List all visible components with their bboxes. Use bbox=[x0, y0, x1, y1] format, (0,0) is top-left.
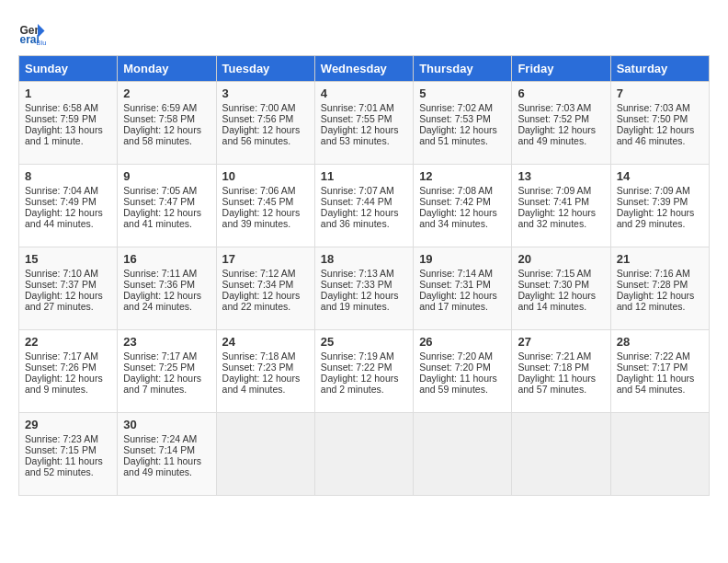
col-header-friday: Friday bbox=[512, 56, 610, 82]
sunset-label: Sunset: 7:25 PM bbox=[123, 362, 195, 373]
table-row: 9 Sunrise: 7:05 AM Sunset: 7:47 PM Dayli… bbox=[118, 165, 216, 247]
sunrise-label: Sunrise: 7:02 AM bbox=[419, 102, 493, 113]
day-number: 13 bbox=[518, 169, 604, 183]
daylight-label: Daylight: 12 hours and 58 minutes. bbox=[123, 124, 201, 146]
sunset-label: Sunset: 7:58 PM bbox=[123, 113, 195, 124]
table-row: 24 Sunrise: 7:18 AM Sunset: 7:23 PM Dayl… bbox=[216, 330, 314, 413]
table-row bbox=[512, 413, 610, 496]
day-number: 11 bbox=[321, 169, 407, 183]
table-row: 26 Sunrise: 7:20 AM Sunset: 7:20 PM Dayl… bbox=[414, 330, 512, 413]
table-row: 11 Sunrise: 7:07 AM Sunset: 7:44 PM Dayl… bbox=[314, 165, 413, 247]
day-number: 15 bbox=[25, 252, 111, 266]
logo-icon: Gen eral Blue bbox=[18, 18, 46, 46]
sunset-label: Sunset: 7:31 PM bbox=[419, 279, 491, 290]
table-row: 14 Sunrise: 7:09 AM Sunset: 7:39 PM Dayl… bbox=[610, 165, 709, 247]
sunrise-label: Sunrise: 7:03 AM bbox=[518, 102, 591, 113]
sunset-label: Sunset: 7:23 PM bbox=[222, 362, 294, 373]
sunrise-label: Sunrise: 7:01 AM bbox=[321, 102, 394, 113]
day-number: 1 bbox=[25, 86, 111, 100]
svg-text:Blue: Blue bbox=[37, 39, 47, 47]
sunset-label: Sunset: 7:26 PM bbox=[25, 362, 97, 373]
sunrise-label: Sunrise: 7:00 AM bbox=[222, 102, 296, 113]
day-number: 12 bbox=[419, 169, 506, 183]
table-row: 2 Sunrise: 6:59 AM Sunset: 7:58 PM Dayli… bbox=[118, 82, 216, 165]
daylight-label: Daylight: 12 hours and 2 minutes. bbox=[321, 373, 399, 395]
table-row bbox=[610, 413, 709, 496]
sunset-label: Sunset: 7:18 PM bbox=[518, 362, 589, 373]
daylight-label: Daylight: 12 hours and 17 minutes. bbox=[419, 290, 497, 312]
col-header-wednesday: Wednesday bbox=[314, 56, 413, 82]
sunrise-label: Sunrise: 7:07 AM bbox=[321, 185, 394, 196]
daylight-label: Daylight: 12 hours and 49 minutes. bbox=[518, 124, 596, 146]
sunset-label: Sunset: 7:15 PM bbox=[25, 444, 97, 455]
day-number: 14 bbox=[617, 169, 703, 183]
sunset-label: Sunset: 7:37 PM bbox=[25, 279, 97, 290]
col-header-thursday: Thursday bbox=[414, 56, 512, 82]
col-header-monday: Monday bbox=[118, 56, 216, 82]
sunrise-label: Sunrise: 7:19 AM bbox=[321, 350, 394, 362]
sunrise-label: Sunrise: 7:22 AM bbox=[617, 350, 690, 362]
day-number: 10 bbox=[222, 169, 309, 183]
daylight-label: Daylight: 12 hours and 4 minutes. bbox=[222, 373, 301, 395]
daylight-label: Daylight: 12 hours and 9 minutes. bbox=[25, 373, 103, 395]
daylight-label: Daylight: 12 hours and 41 minutes. bbox=[123, 207, 201, 229]
day-number: 17 bbox=[222, 252, 309, 266]
sunset-label: Sunset: 7:47 PM bbox=[123, 196, 195, 207]
day-number: 24 bbox=[222, 335, 309, 349]
sunrise-label: Sunrise: 7:23 AM bbox=[25, 433, 98, 444]
sunrise-label: Sunrise: 7:06 AM bbox=[222, 185, 296, 196]
sunrise-label: Sunrise: 7:05 AM bbox=[123, 185, 197, 196]
table-row: 3 Sunrise: 7:00 AM Sunset: 7:56 PM Dayli… bbox=[216, 82, 314, 165]
sunrise-label: Sunrise: 7:12 AM bbox=[222, 268, 296, 279]
logo: Gen eral Blue bbox=[18, 18, 50, 46]
sunset-label: Sunset: 7:22 PM bbox=[321, 362, 392, 373]
table-row: 5 Sunrise: 7:02 AM Sunset: 7:53 PM Dayli… bbox=[414, 82, 512, 165]
sunrise-label: Sunrise: 7:09 AM bbox=[617, 185, 690, 196]
sunrise-label: Sunrise: 6:58 AM bbox=[25, 102, 98, 113]
sunset-label: Sunset: 7:52 PM bbox=[518, 113, 589, 124]
table-row: 30 Sunrise: 7:24 AM Sunset: 7:14 PM Dayl… bbox=[118, 413, 216, 496]
daylight-label: Daylight: 11 hours and 54 minutes. bbox=[617, 373, 695, 395]
daylight-label: Daylight: 12 hours and 12 minutes. bbox=[617, 290, 695, 312]
table-row: 1 Sunrise: 6:58 AM Sunset: 7:59 PM Dayli… bbox=[19, 82, 118, 165]
sunset-label: Sunset: 7:20 PM bbox=[419, 362, 491, 373]
table-row: 8 Sunrise: 7:04 AM Sunset: 7:49 PM Dayli… bbox=[19, 165, 118, 247]
daylight-label: Daylight: 12 hours and 56 minutes. bbox=[222, 124, 301, 146]
day-number: 5 bbox=[419, 86, 506, 100]
daylight-label: Daylight: 12 hours and 53 minutes. bbox=[321, 124, 399, 146]
table-row: 4 Sunrise: 7:01 AM Sunset: 7:55 PM Dayli… bbox=[314, 82, 413, 165]
sunrise-label: Sunrise: 7:13 AM bbox=[321, 268, 394, 279]
table-row: 20 Sunrise: 7:15 AM Sunset: 7:30 PM Dayl… bbox=[512, 247, 610, 330]
sunset-label: Sunset: 7:50 PM bbox=[617, 113, 688, 124]
daylight-label: Daylight: 12 hours and 24 minutes. bbox=[123, 290, 201, 312]
sunset-label: Sunset: 7:55 PM bbox=[321, 113, 392, 124]
sunrise-label: Sunrise: 7:10 AM bbox=[25, 268, 98, 279]
sunrise-label: Sunrise: 7:17 AM bbox=[25, 350, 98, 362]
table-row: 7 Sunrise: 7:03 AM Sunset: 7:50 PM Dayli… bbox=[610, 82, 709, 165]
page-header: Gen eral Blue bbox=[18, 18, 710, 46]
day-number: 16 bbox=[123, 252, 210, 266]
table-row: 15 Sunrise: 7:10 AM Sunset: 7:37 PM Dayl… bbox=[19, 247, 118, 330]
daylight-label: Daylight: 12 hours and 29 minutes. bbox=[617, 207, 695, 229]
daylight-label: Daylight: 11 hours and 57 minutes. bbox=[518, 373, 596, 395]
daylight-label: Daylight: 12 hours and 14 minutes. bbox=[518, 290, 596, 312]
day-number: 20 bbox=[518, 252, 604, 266]
day-number: 4 bbox=[321, 86, 407, 100]
day-number: 3 bbox=[222, 86, 309, 100]
day-number: 9 bbox=[123, 169, 210, 183]
table-row: 6 Sunrise: 7:03 AM Sunset: 7:52 PM Dayli… bbox=[512, 82, 610, 165]
calendar-header: SundayMondayTuesdayWednesdayThursdayFrid… bbox=[19, 56, 710, 82]
daylight-label: Daylight: 11 hours and 49 minutes. bbox=[123, 455, 201, 477]
sunrise-label: Sunrise: 6:59 AM bbox=[123, 102, 197, 113]
daylight-label: Daylight: 12 hours and 32 minutes. bbox=[518, 207, 596, 229]
sunset-label: Sunset: 7:56 PM bbox=[222, 113, 294, 124]
sunset-label: Sunset: 7:41 PM bbox=[518, 196, 589, 207]
sunrise-label: Sunrise: 7:20 AM bbox=[419, 350, 493, 362]
sunset-label: Sunset: 7:33 PM bbox=[321, 279, 392, 290]
sunset-label: Sunset: 7:17 PM bbox=[617, 362, 688, 373]
sunset-label: Sunset: 7:45 PM bbox=[222, 196, 294, 207]
daylight-label: Daylight: 12 hours and 44 minutes. bbox=[25, 207, 103, 229]
sunset-label: Sunset: 7:28 PM bbox=[617, 279, 688, 290]
sunset-label: Sunset: 7:42 PM bbox=[419, 196, 491, 207]
day-number: 29 bbox=[25, 418, 111, 431]
